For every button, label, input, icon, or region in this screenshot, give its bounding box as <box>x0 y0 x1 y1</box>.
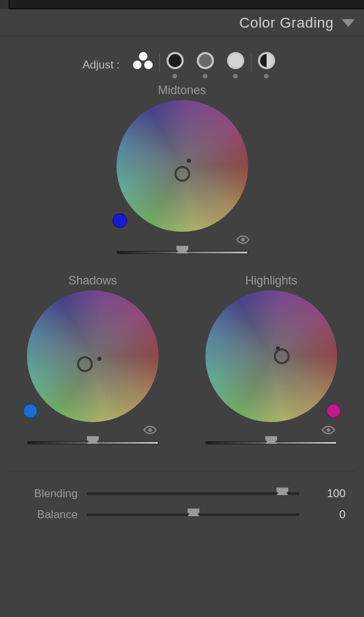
mode-three-way[interactable] <box>126 52 159 69</box>
balance-knob[interactable] <box>188 508 199 516</box>
three-circles-icon <box>133 52 153 69</box>
midtones-saturation-dot[interactable] <box>113 213 127 228</box>
adjust-label: Adjust : <box>82 59 120 72</box>
highlights-saturation-dot[interactable] <box>326 404 341 418</box>
highlights-luminance-knob[interactable] <box>265 436 277 444</box>
midtones-ring-icon <box>197 52 214 69</box>
shadows-hue-tick <box>97 357 101 361</box>
visibility-eye-icon[interactable] <box>143 425 157 435</box>
visibility-eye-icon[interactable] <box>321 425 336 435</box>
blending-knob[interactable] <box>276 487 288 495</box>
mode-global[interactable] <box>251 52 282 78</box>
midtones-wheel-box <box>7 100 357 262</box>
midtones-hue-tick <box>187 159 191 163</box>
shadows-luminance-knob[interactable] <box>87 436 99 444</box>
mode-highlights[interactable] <box>221 52 251 78</box>
mode-indicator-dot <box>203 74 207 78</box>
midtones-luminance-slider[interactable] <box>117 246 248 258</box>
adjust-mode-row: Adjust : <box>7 52 357 78</box>
mode-indicator-dot <box>233 74 238 78</box>
svg-point-1 <box>148 428 152 432</box>
panel-title: Color Grading <box>240 14 334 32</box>
midtones-wheel-handle[interactable] <box>174 166 190 182</box>
mode-indicator-dot <box>264 74 269 78</box>
balance-label: Balance <box>18 508 78 522</box>
midtones-luminance-knob[interactable] <box>176 246 188 254</box>
global-ring-icon <box>258 52 275 69</box>
shadows-color-wheel[interactable] <box>27 290 159 422</box>
panel-collapse-handle[interactable] <box>0 0 9 9</box>
midtones-label: Midtones <box>7 84 357 97</box>
svg-point-0 <box>241 238 245 242</box>
shadows-wheel-handle[interactable] <box>77 356 93 372</box>
highlights-ring-icon <box>227 52 244 69</box>
highlights-luminance-slider[interactable] <box>205 437 337 448</box>
panel-header[interactable]: Color Grading <box>0 9 364 36</box>
blending-row: Blending 100 <box>7 483 357 504</box>
svg-point-2 <box>327 428 331 432</box>
shadows-label: Shadows <box>68 274 117 288</box>
balance-value[interactable]: 0 <box>309 508 346 522</box>
blending-label: Blending <box>18 487 78 500</box>
mode-indicator-dot <box>172 74 177 78</box>
highlights-wheel-handle[interactable] <box>274 348 290 364</box>
disclosure-triangle-icon[interactable] <box>342 19 355 27</box>
blending-slider[interactable] <box>87 488 299 500</box>
highlights-wheel-box <box>199 290 344 452</box>
mode-shadows[interactable] <box>160 52 190 78</box>
shadows-luminance-slider[interactable] <box>27 437 159 448</box>
highlights-color-wheel[interactable] <box>205 290 337 422</box>
shadows-saturation-dot[interactable] <box>23 404 38 418</box>
blending-value[interactable]: 100 <box>309 487 346 500</box>
balance-row: Balance 0 <box>7 504 357 525</box>
balance-slider[interactable] <box>87 509 299 521</box>
divider <box>9 471 355 471</box>
window-top-strip <box>0 0 364 9</box>
highlights-label: Highlights <box>246 274 298 288</box>
visibility-eye-icon[interactable] <box>236 234 250 245</box>
shadows-ring-icon <box>167 52 184 69</box>
mode-midtones[interactable] <box>190 52 221 78</box>
shadows-wheel-box <box>20 290 165 452</box>
